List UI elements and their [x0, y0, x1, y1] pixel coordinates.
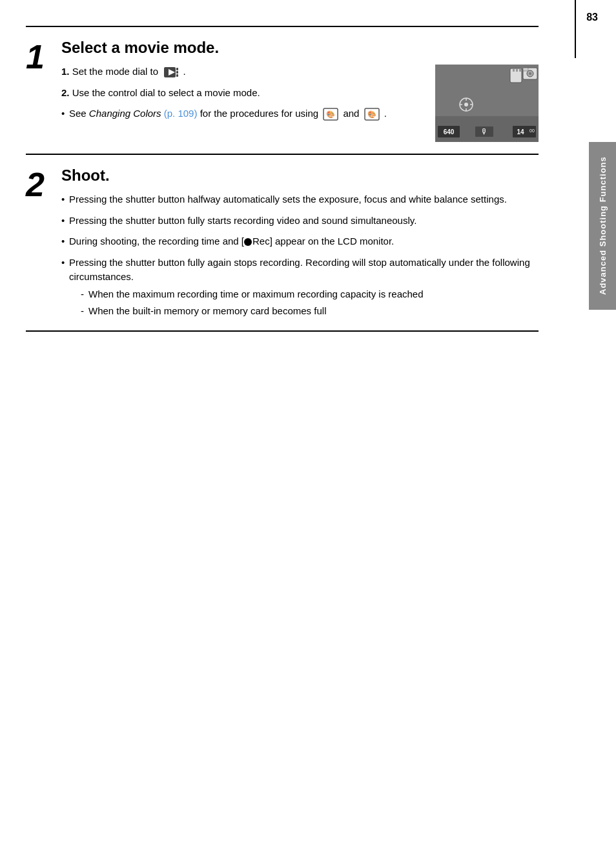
step-2-bullets: Pressing the shutter button halfway auto…: [61, 192, 539, 319]
svg-rect-13: [513, 68, 515, 72]
svg-rect-3: [176, 71, 178, 74]
step-2-body: Shoot. Pressing the shutter button halfw…: [61, 167, 539, 319]
color-icon-2: 🎨: [364, 108, 380, 121]
color-icon-1: 🎨: [323, 108, 338, 121]
side-tab-label: Advanced Shooting Functions: [589, 142, 616, 310]
page-link[interactable]: (p. 109): [164, 108, 198, 119]
step-2-sub-1: When the maximum recording time or maxim…: [69, 287, 539, 302]
step-1-instruction-2: 2. Use the control dial to select a movi…: [61, 86, 420, 101]
step-1-body: Select a movie mode. 1. Set the mode dia…: [61, 39, 539, 142]
step-1-text: 1. Set the mode dial to: [61, 65, 420, 121]
page-number: 83: [586, 12, 598, 23]
step-1-bullet: See Changing Colors (p. 109) for the pro…: [61, 106, 420, 121]
svg-text:🎨: 🎨: [367, 110, 376, 119]
main-content: 1 Select a movie mode. 1. Set the mode d…: [26, 26, 571, 332]
svg-text:🎙: 🎙: [480, 127, 488, 136]
step-2-bullet-1: Pressing the shutter button halfway auto…: [61, 192, 539, 207]
svg-point-18: [529, 72, 531, 75]
svg-rect-4: [176, 74, 178, 77]
vertical-divider: [575, 0, 576, 58]
step-1-heading: Select a movie mode.: [61, 39, 539, 57]
num-1: 1.: [61, 66, 70, 77]
camera-preview: 640 🎙 14 00: [435, 65, 539, 142]
svg-point-21: [464, 103, 468, 106]
step-2: 2 Shoot. Pressing the shutter button hal…: [26, 154, 539, 332]
svg-text:14: 14: [517, 128, 524, 136]
num-2: 2.: [61, 87, 70, 98]
step-1-instruction-1: 1. Set the mode dial to: [61, 65, 420, 79]
step-2-bullet-3: During shooting, the recording time and …: [61, 234, 539, 249]
step-1: 1 Select a movie mode. 1. Set the mode d…: [26, 26, 539, 154]
svg-text:🎨: 🎨: [326, 110, 335, 119]
step-1-row: 1. Set the mode dial to: [61, 65, 539, 142]
step-2-number: 2: [26, 167, 61, 319]
svg-text:640: 640: [444, 128, 455, 136]
step-2-bullet-2: Pressing the shutter button fully starts…: [61, 214, 539, 228]
changing-colors-link: Changing Colors: [89, 108, 161, 119]
svg-rect-2: [176, 68, 178, 70]
step-2-sub-2: When the built-in memory or memory card …: [69, 304, 539, 319]
svg-rect-14: [516, 68, 518, 72]
step-2-heading: Shoot.: [61, 167, 539, 185]
svg-text:00: 00: [529, 128, 535, 133]
movie-mode-icon: [163, 66, 180, 79]
step-1-number: 1: [26, 39, 61, 142]
svg-rect-19: [523, 68, 528, 71]
rec-dot-icon: [244, 238, 252, 246]
svg-rect-15: [519, 68, 521, 72]
step-2-bullet-4: Pressing the shutter button fully again …: [61, 256, 539, 319]
